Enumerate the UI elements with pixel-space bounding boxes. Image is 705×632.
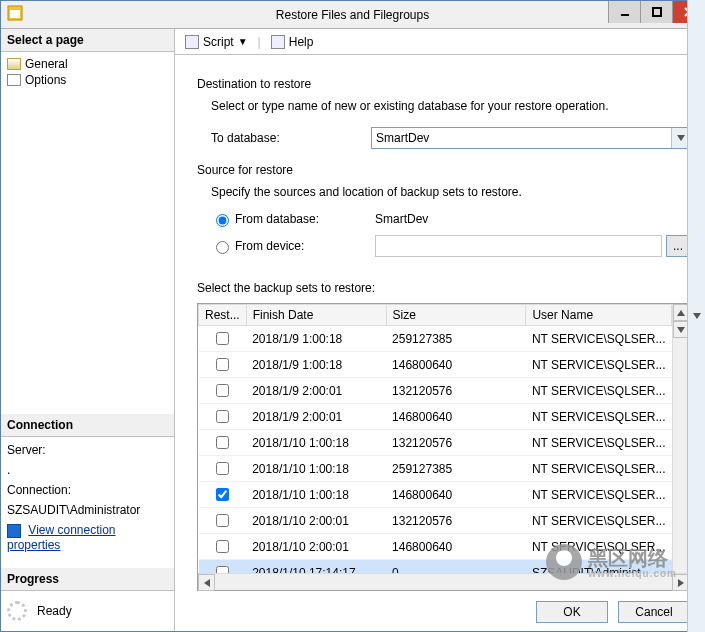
- ellipsis-icon: ...: [673, 239, 683, 253]
- svg-rect-1: [10, 10, 20, 18]
- from-device-label: From device:: [235, 239, 375, 253]
- cell-size: 132120576: [386, 508, 526, 534]
- table-row[interactable]: 2018/1/9 2:00:01146800640NT SERVICE\SQLS…: [199, 404, 672, 430]
- table-row[interactable]: 2018/1/9 2:00:01132120576NT SERVICE\SQLS…: [199, 378, 672, 404]
- cell-user-name: NT SERVICE\SQLSER...: [526, 352, 672, 378]
- select-page-header: Select a page: [1, 29, 174, 52]
- to-database-combo[interactable]: SmartDev: [371, 127, 690, 149]
- progress-spinner-icon: [7, 601, 27, 621]
- table-row[interactable]: 2018/1/9 1:00:18259127385NT SERVICE\SQLS…: [199, 326, 672, 352]
- table-row[interactable]: 2018/1/10 1:00:18132120576NT SERVICE\SQL…: [199, 430, 672, 456]
- svg-marker-8: [677, 310, 685, 316]
- cell-size: 146800640: [386, 352, 526, 378]
- row-restore-checkbox[interactable]: [216, 358, 229, 371]
- cell-finish-date: 2018/1/9 1:00:18: [246, 352, 386, 378]
- view-connection-properties-label: View connection properties: [7, 523, 116, 552]
- svg-marker-9: [677, 327, 685, 333]
- row-restore-checkbox[interactable]: [216, 514, 229, 527]
- svg-marker-6: [677, 135, 685, 141]
- watermark-text: 黑区网络: [588, 547, 668, 569]
- page-options-label: Options: [25, 73, 66, 87]
- from-database-radio[interactable]: [216, 214, 229, 227]
- table-row[interactable]: 2018/1/10 2:00:01132120576NT SERVICE\SQL…: [199, 508, 672, 534]
- chevron-down-icon: ▼: [238, 36, 248, 47]
- col-username[interactable]: User Name: [526, 305, 672, 326]
- page-options-icon: [7, 74, 21, 86]
- connection-header: Connection: [1, 414, 174, 437]
- table-row[interactable]: 2018/1/10 1:00:18146800640NT SERVICE\SQL…: [199, 482, 672, 508]
- cell-user-name: NT SERVICE\SQLSER...: [526, 378, 672, 404]
- cell-user-name: NT SERVICE\SQLSER...: [526, 482, 672, 508]
- connection-properties-icon: [7, 524, 21, 538]
- help-button[interactable]: Help: [267, 33, 318, 51]
- page-general-label: General: [25, 57, 68, 71]
- cell-user-name: NT SERVICE\SQLSER...: [526, 430, 672, 456]
- cell-finish-date: 2018/1/10 1:00:18: [246, 430, 386, 456]
- cell-size: 259127385: [386, 326, 526, 352]
- col-size[interactable]: Size: [386, 305, 526, 326]
- right-pane: Script ▼ | Help Destination to restore S…: [175, 29, 704, 631]
- page-item-general[interactable]: General: [5, 56, 170, 72]
- from-device-radio[interactable]: [216, 241, 229, 254]
- svg-marker-11: [678, 579, 684, 587]
- cell-finish-date: 2018/1/10 1:00:18: [246, 456, 386, 482]
- help-icon: [271, 35, 285, 49]
- from-device-path: [375, 235, 662, 257]
- svg-marker-10: [204, 579, 210, 587]
- row-restore-checkbox[interactable]: [216, 566, 229, 573]
- chevron-down-icon[interactable]: [687, 55, 704, 631]
- maximize-button[interactable]: [640, 1, 672, 23]
- row-restore-checkbox[interactable]: [216, 488, 229, 501]
- row-restore-checkbox[interactable]: [216, 462, 229, 475]
- from-database-combo[interactable]: SmartDev: [375, 212, 428, 226]
- toolbar: Script ▼ | Help: [175, 29, 704, 55]
- window-title: Restore Files and Filegroups: [276, 8, 429, 22]
- svg-marker-7: [693, 313, 701, 319]
- cell-user-name: NT SERVICE\SQLSER...: [526, 508, 672, 534]
- help-label: Help: [289, 35, 314, 49]
- page-item-options[interactable]: Options: [5, 72, 170, 88]
- script-icon: [185, 35, 199, 49]
- row-restore-checkbox[interactable]: [216, 332, 229, 345]
- cell-size: 146800640: [386, 404, 526, 430]
- row-restore-checkbox[interactable]: [216, 410, 229, 423]
- app-icon: [7, 5, 27, 25]
- cell-size: 146800640: [386, 482, 526, 508]
- connection-label: Connection:: [7, 483, 168, 497]
- progress-header: Progress: [1, 568, 174, 591]
- watermark: 黑区网络 www.heiqu.com: [546, 544, 677, 580]
- from-database-label: From database:: [235, 212, 375, 226]
- cell-size: 132120576: [386, 378, 526, 404]
- script-button[interactable]: Script ▼: [181, 33, 252, 51]
- watermark-url: www.heiqu.com: [588, 568, 677, 579]
- col-finishdate[interactable]: Finish Date: [246, 305, 386, 326]
- cell-finish-date: 2018/1/9 2:00:01: [246, 404, 386, 430]
- source-header: Source for restore: [197, 163, 690, 177]
- source-hint: Specify the sources and location of back…: [211, 185, 690, 199]
- cell-size: 146800640: [386, 534, 526, 560]
- connection-value: SZSAUDIT\Administrator: [7, 503, 168, 517]
- table-row[interactable]: 2018/1/10 1:00:18259127385NT SERVICE\SQL…: [199, 456, 672, 482]
- row-restore-checkbox[interactable]: [216, 540, 229, 553]
- ok-button[interactable]: OK: [536, 601, 608, 623]
- cell-finish-date: 2018/1/10 17:14:17: [246, 560, 386, 574]
- server-label: Server:: [7, 443, 168, 457]
- cell-finish-date: 2018/1/9 2:00:01: [246, 378, 386, 404]
- col-restore[interactable]: Rest...: [199, 305, 247, 326]
- cell-finish-date: 2018/1/10 2:00:01: [246, 534, 386, 560]
- destination-header: Destination to restore: [197, 77, 690, 91]
- cancel-button[interactable]: Cancel: [618, 601, 690, 623]
- server-value: .: [7, 463, 168, 477]
- left-pane: Select a page General Options Connection…: [1, 29, 175, 631]
- minimize-button[interactable]: [608, 1, 640, 23]
- backup-sets-label: Select the backup sets to restore:: [197, 281, 690, 295]
- to-database-value: SmartDev: [376, 131, 429, 145]
- scroll-left-icon[interactable]: [198, 574, 215, 591]
- cell-finish-date: 2018/1/10 2:00:01: [246, 508, 386, 534]
- grid-header-row: Rest... Finish Date Size User Name: [199, 305, 672, 326]
- view-connection-properties[interactable]: View connection properties: [7, 523, 168, 552]
- row-restore-checkbox[interactable]: [216, 384, 229, 397]
- watermark-icon: [546, 544, 582, 580]
- table-row[interactable]: 2018/1/9 1:00:18146800640NT SERVICE\SQLS…: [199, 352, 672, 378]
- row-restore-checkbox[interactable]: [216, 436, 229, 449]
